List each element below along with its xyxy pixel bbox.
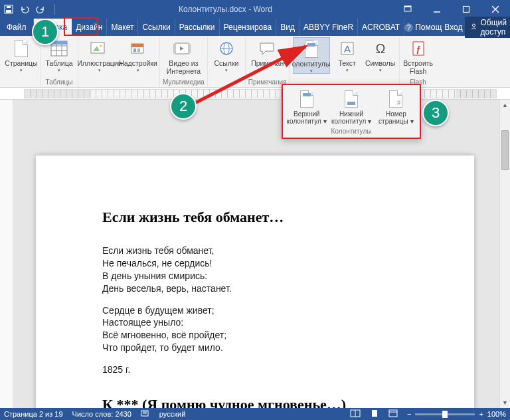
svg-rect-6 — [464, 7, 469, 13]
zoom-control[interactable]: − + 100% — [407, 410, 506, 418]
flash-icon: ƒ — [408, 39, 429, 58]
tab-file[interactable]: Файл — [0, 19, 34, 36]
svg-text:ƒ: ƒ — [416, 44, 420, 54]
svg-rect-22 — [137, 49, 140, 52]
redo-icon[interactable] — [36, 5, 45, 14]
pages-icon — [11, 39, 32, 58]
sign-in[interactable]: Вход — [444, 23, 462, 32]
tab-layout[interactable]: Макет — [107, 19, 138, 36]
svg-rect-21 — [133, 49, 136, 52]
tab-abbyy[interactable]: ABBYY FineR — [299, 19, 358, 36]
tab-design[interactable]: Дизайн — [72, 19, 107, 36]
group-media: Мультимедиа — [163, 78, 205, 87]
svg-rect-20 — [131, 44, 143, 47]
links-icon — [216, 39, 237, 58]
symbols-button[interactable]: Ω Символы▾ — [365, 37, 396, 72]
status-page[interactable]: Страница 2 из 19 — [4, 410, 63, 418]
text-button[interactable]: A Текст▾ — [331, 37, 363, 72]
zoom-value[interactable]: 100% — [487, 410, 506, 418]
maximize-icon[interactable] — [452, 0, 481, 19]
share-button[interactable]: Общий доступ — [465, 17, 510, 38]
addins-button[interactable]: Надстройки▾ — [120, 37, 157, 72]
minimize-icon[interactable] — [422, 0, 452, 19]
comment-icon — [257, 39, 278, 58]
zoom-slider[interactable] — [415, 413, 475, 415]
headers-footers-button[interactable]: олонтитулы▾ — [293, 37, 330, 74]
year-line: 1825 г. — [102, 364, 408, 376]
view-web-icon[interactable] — [388, 409, 398, 419]
body-line: Что пройдет, то будет мило. — [102, 342, 408, 354]
zoom-in-icon[interactable]: + — [479, 410, 483, 418]
view-print-icon[interactable] — [370, 409, 379, 419]
scroll-up-icon[interactable]: ▲ — [500, 100, 510, 110]
illustrations-button[interactable]: Иллюстрации▾ — [81, 37, 118, 72]
svg-rect-26 — [188, 43, 190, 54]
tell-me[interactable]: ?Помощ — [404, 23, 442, 32]
heading-1: Если жизнь тебя обманет… — [102, 209, 408, 226]
tab-references[interactable]: Ссылки — [138, 19, 175, 36]
ribbon-options-icon[interactable] — [393, 0, 422, 19]
scroll-thumb[interactable] — [501, 130, 509, 170]
tab-mailings[interactable]: Рассылки — [175, 19, 220, 36]
symbol-icon: Ω — [370, 39, 391, 58]
headers-footers-popup: Верхний колонтитул ▾ Нижний колонтитул ▾… — [282, 84, 421, 139]
svg-rect-41 — [372, 410, 377, 417]
ribbon-tabs: Файл Вставка Дизайн Макет Ссылки Рассылк… — [0, 19, 510, 36]
tab-acrobat[interactable]: ACROBAT — [358, 19, 404, 36]
vertical-ruler[interactable] — [0, 100, 13, 408]
links-button[interactable]: Ссылки▾ — [211, 37, 242, 72]
view-read-icon[interactable] — [350, 409, 361, 419]
svg-rect-4 — [404, 6, 411, 7]
pages-button[interactable]: Страницы▾ — [5, 37, 37, 72]
svg-rect-1 — [6, 10, 11, 13]
svg-text:A: A — [344, 43, 351, 54]
tab-review[interactable]: Рецензирова — [220, 19, 277, 36]
window-title: Колонтитулы.docx - Word — [58, 5, 393, 14]
status-language[interactable]: русский — [159, 410, 185, 418]
step-circle-2: 2 — [170, 93, 197, 120]
group-tables: Таблицы — [43, 78, 75, 87]
page-number-icon: # — [387, 89, 404, 109]
undo-icon[interactable] — [20, 5, 29, 14]
scroll-down-icon[interactable]: ▼ — [500, 397, 510, 408]
close-icon[interactable] — [481, 0, 510, 19]
ribbon: Страницы▾ Таблица▾ Таблицы Иллюстрации▾ … — [0, 36, 510, 88]
header-icon — [301, 39, 322, 59]
body-line: Сердце в будущем живет; — [102, 304, 408, 317]
svg-point-9 — [473, 24, 475, 27]
status-bar: Страница 2 из 19 Число слов: 2430 русски… — [0, 408, 510, 420]
footer-button[interactable]: Нижний колонтитул ▾ — [329, 88, 373, 126]
tab-view[interactable]: Вид — [276, 19, 299, 36]
title-bar: Колонтитулы.docx - Word — [0, 0, 510, 19]
header-button[interactable]: Верхний колонтитул ▾ — [284, 88, 329, 126]
body-line: Всё мгновенно, всё пройдет; — [102, 329, 408, 342]
step-circle-3: 3 — [422, 100, 449, 126]
svg-rect-2 — [7, 6, 11, 8]
status-wordcount[interactable]: Число слов: 2430 — [72, 410, 131, 418]
comment-button[interactable]: Примечан — [249, 37, 286, 68]
horizontal-ruler[interactable] — [0, 88, 510, 100]
status-proofing-icon[interactable] — [141, 409, 150, 419]
flash-button[interactable]: ƒ Встроить Flash — [402, 37, 434, 75]
callout-group-label: Колонтитулы — [283, 126, 420, 138]
page-number-button[interactable]: # Номер страницы ▾ — [374, 88, 418, 126]
page: Если жизнь тебя обманет… Если жизнь тебя… — [36, 156, 474, 408]
footer-icon — [343, 89, 360, 109]
svg-rect-42 — [389, 410, 397, 417]
document-area[interactable]: Если жизнь тебя обманет… Если жизнь тебя… — [13, 100, 499, 408]
zoom-out-icon[interactable]: − — [407, 410, 411, 418]
body-line: Не печалься, не сердись! — [102, 257, 408, 270]
quick-access-toolbar — [0, 4, 58, 15]
addins-icon — [128, 39, 149, 58]
online-video-button[interactable]: Видео из Интернета — [165, 37, 202, 75]
svg-text:Ω: Ω — [375, 41, 385, 56]
body-line: В день уныния смирись: — [102, 270, 408, 282]
body-line: Настоящее уныло: — [102, 316, 408, 329]
step-circle-1: 1 — [32, 19, 58, 45]
group-comments: Примечания — [248, 78, 287, 87]
save-icon[interactable] — [4, 5, 13, 14]
vertical-scrollbar[interactable]: ▲ ▼ — [499, 100, 510, 408]
body-line: День веселья, верь, настанет. — [102, 282, 408, 295]
heading-2: К *** (Я помню чудное мгновенье…) — [102, 396, 408, 408]
illustrations-icon — [89, 39, 110, 58]
